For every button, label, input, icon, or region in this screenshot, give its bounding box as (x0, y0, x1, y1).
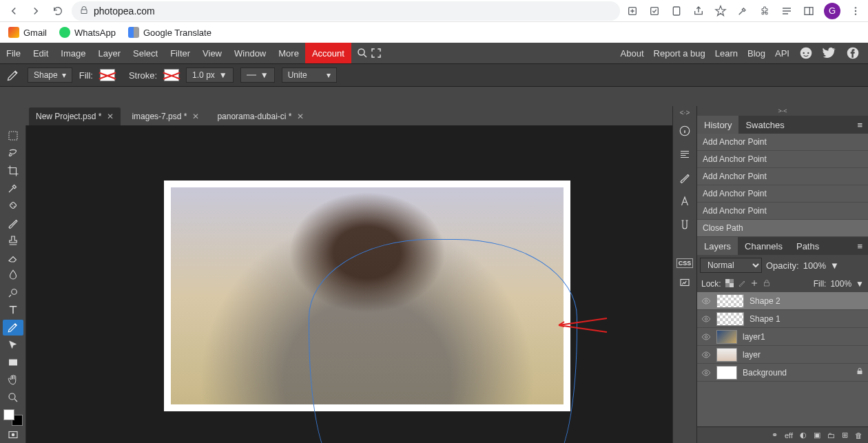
delete-layer-icon[interactable]: 🗑 (855, 431, 862, 440)
menu-layer[interactable]: Layer (92, 43, 127, 63)
eraser-tool[interactable] (3, 250, 23, 266)
dodge-tool[interactable] (3, 285, 23, 300)
history-item[interactable]: Add Anchor Point (697, 134, 868, 151)
color-swatches[interactable] (3, 409, 23, 425)
stroke-swatch[interactable] (164, 69, 179, 81)
history-item[interactable]: Close Path (697, 220, 868, 237)
stamp-tool[interactable] (3, 232, 23, 248)
marquee-tool[interactable] (3, 127, 23, 143)
fullscreen-icon[interactable] (369, 46, 383, 60)
menu-select[interactable]: Select (127, 43, 164, 63)
layer-thumbnail[interactable] (716, 294, 744, 308)
eyedropper-tool[interactable] (3, 180, 23, 196)
bool-mode-select[interactable]: Unite ▾ (282, 68, 337, 83)
close-icon[interactable]: ✕ (107, 112, 114, 121)
menu-more[interactable]: More (272, 43, 305, 63)
lasso-tool[interactable] (3, 145, 23, 161)
layer-row[interactable]: Background (697, 364, 868, 382)
reddit-icon[interactable] (799, 46, 813, 60)
profile-avatar[interactable]: G (824, 3, 840, 19)
ext-icon-3[interactable] (670, 4, 683, 18)
layer-thumbnail[interactable] (716, 348, 737, 362)
playlist-icon[interactable] (780, 4, 794, 18)
layer-row[interactable]: Shape 1 (697, 310, 868, 328)
menu-api[interactable]: API (775, 48, 789, 59)
layer-thumbnail[interactable] (716, 366, 737, 380)
menu-blog[interactable]: Blog (747, 48, 765, 59)
crop-tool[interactable] (3, 163, 23, 178)
ext-icon-2[interactable] (648, 4, 661, 18)
star-icon[interactable] (714, 4, 727, 18)
stroke-width-input[interactable]: 1.0 px ▼ (186, 68, 234, 83)
bookmark-translate[interactable]: Google Translate (128, 27, 211, 38)
lock-paint-icon[interactable] (738, 279, 746, 289)
fill-swatch[interactable] (100, 69, 115, 81)
glyphs-panel-icon[interactable] (674, 216, 695, 234)
menu-learn[interactable]: Learn (715, 48, 738, 59)
healing-tool[interactable] (3, 198, 23, 214)
tab-history[interactable]: History (697, 116, 738, 134)
tab-paths[interactable]: Paths (789, 237, 826, 255)
zoom-tool[interactable] (3, 389, 23, 405)
layer-name[interactable]: Shape 1 (750, 314, 781, 324)
reload-button[interactable] (50, 3, 66, 19)
vector-path-outline[interactable] (309, 239, 577, 443)
blend-mode-select[interactable]: Normal (700, 258, 762, 273)
visibility-icon[interactable] (701, 332, 711, 342)
forward-button[interactable] (28, 3, 44, 19)
pen-tool[interactable] (3, 320, 23, 336)
panel-menu-icon[interactable]: ≡ (851, 120, 868, 130)
extensions-icon[interactable] (758, 4, 772, 18)
css-panel-icon[interactable]: CSS (676, 258, 694, 268)
fill-value[interactable]: 100% (830, 279, 851, 289)
visibility-icon[interactable] (701, 296, 711, 306)
link-layers-icon[interactable]: ⚭ (772, 431, 778, 440)
lock-transparency-icon[interactable] (725, 279, 734, 289)
foreground-swatch[interactable] (3, 409, 14, 420)
facebook-icon[interactable] (846, 46, 860, 60)
brush-tool[interactable] (3, 215, 23, 231)
bookmark-gmail[interactable]: Gmail (8, 27, 47, 38)
lock-position-icon[interactable] (750, 279, 758, 289)
blur-tool[interactable] (3, 267, 23, 283)
path-select-tool[interactable] (3, 337, 23, 353)
info-panel-icon[interactable] (674, 122, 695, 140)
twitter-icon[interactable] (823, 46, 836, 60)
collapse-icon[interactable]: >·< (778, 107, 787, 114)
menu-image[interactable]: Image (54, 43, 92, 63)
navigator-panel-icon[interactable] (674, 274, 695, 291)
menu-edit[interactable]: Edit (27, 43, 54, 63)
rectangle-tool[interactable] (3, 354, 23, 370)
visibility-icon[interactable] (701, 368, 711, 378)
search-icon[interactable] (355, 46, 369, 60)
share-icon[interactable] (692, 4, 705, 18)
close-icon[interactable]: ✕ (297, 112, 304, 121)
menu-file[interactable]: File (0, 43, 27, 63)
eyedropper-ext-icon[interactable] (736, 4, 750, 18)
layer-row[interactable]: Shape 2 (697, 292, 868, 310)
layer-name[interactable]: Shape 2 (750, 296, 781, 306)
adjustment-layer-icon[interactable]: ◐ (800, 431, 807, 440)
close-icon[interactable]: ✕ (192, 112, 199, 121)
layer-name[interactable]: layer (743, 350, 761, 360)
menu-view[interactable]: View (196, 43, 228, 63)
layer-row[interactable]: layer1 (697, 328, 868, 346)
tab[interactable]: panorama-dubai-ci *✕ (210, 107, 311, 125)
layer-thumbnail[interactable] (716, 330, 737, 344)
opacity-value[interactable]: 100% (803, 260, 826, 271)
sidepanel-icon[interactable] (802, 4, 816, 18)
new-folder-icon[interactable]: 🗀 (827, 431, 835, 440)
chevron-down-icon[interactable]: ▼ (830, 260, 839, 271)
hand-tool[interactable] (3, 372, 23, 388)
chevron-down-icon[interactable]: ▼ (856, 279, 864, 289)
layer-thumbnail[interactable] (716, 312, 744, 326)
canvas[interactable] (164, 181, 570, 411)
menu-account[interactable]: Account (305, 43, 351, 63)
tab[interactable]: images-7.psd *✕ (125, 107, 206, 125)
tab-channels[interactable]: Channels (738, 237, 789, 255)
stroke-style-select[interactable]: ▼ (240, 68, 275, 83)
tab-active[interactable]: New Project.psd *✕ (29, 107, 121, 125)
type-tool[interactable] (3, 302, 23, 318)
menu-window[interactable]: Window (228, 43, 272, 63)
character-panel-icon[interactable] (674, 192, 695, 210)
